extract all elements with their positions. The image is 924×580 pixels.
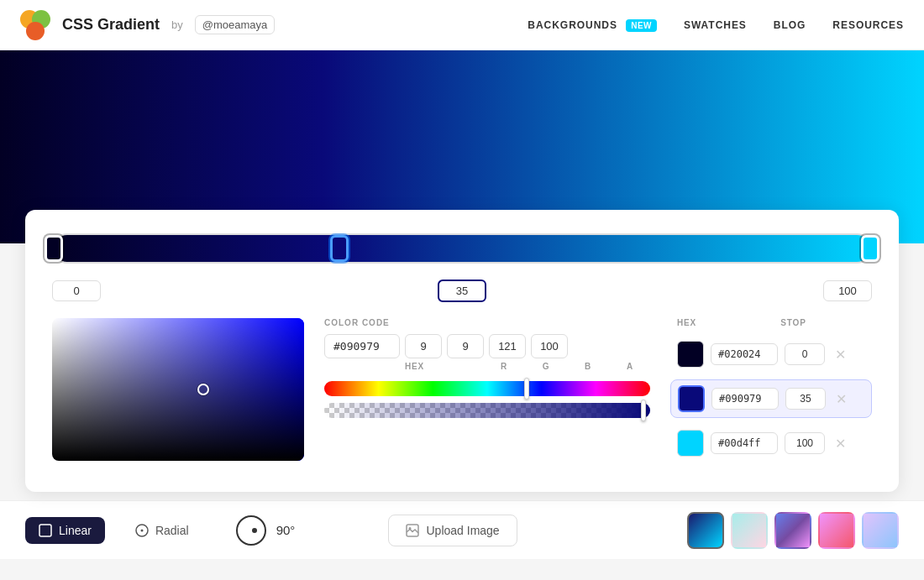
main-panel: COLOR CODE HEX R G B A: [25, 210, 899, 492]
channel-labels: HEX R G B A: [324, 362, 650, 371]
preset-swatch-4[interactable]: [862, 512, 899, 549]
bottom-bar: Linear Radial 90° Upload Image: [0, 500, 924, 559]
stop-swatch-1[interactable]: [678, 385, 705, 412]
stop-handle-2[interactable]: [861, 235, 879, 262]
stop-pos-1[interactable]: [785, 388, 826, 410]
color-controls: COLOR CODE HEX R G B A: [324, 318, 650, 418]
stop-position-input-0[interactable]: [52, 280, 101, 301]
r-label: R: [486, 362, 522, 371]
gradient-bar-container: [52, 233, 872, 264]
alpha-slider[interactable]: [324, 403, 650, 418]
logo-area: CSS Gradient by @moeamaya: [20, 10, 275, 40]
preset-swatches: [687, 512, 899, 549]
color-code-label: COLOR CODE: [324, 318, 650, 327]
color-b-input[interactable]: [489, 334, 526, 358]
nav-blog[interactable]: BLOG: [774, 19, 806, 31]
stops-panel: HEX STOP ✕ ✕: [670, 318, 872, 468]
preset-swatch-3[interactable]: [818, 512, 855, 549]
b-label: B: [570, 362, 606, 371]
stop-row-1: ✕: [670, 379, 872, 418]
stop-swatch-2[interactable]: [677, 430, 704, 457]
color-inputs-row: [324, 334, 650, 358]
linear-button[interactable]: Linear: [25, 517, 105, 544]
hue-slider[interactable]: [324, 381, 650, 396]
svg-rect-0: [39, 525, 51, 536]
preset-swatch-2[interactable]: [774, 512, 811, 549]
stop-hex-2[interactable]: [711, 432, 778, 454]
upload-image-label: Upload Image: [426, 524, 499, 537]
stop-position-input-1[interactable]: [438, 280, 486, 302]
color-a-input[interactable]: [531, 334, 568, 358]
angle-value: 90°: [276, 523, 296, 537]
content-area: COLOR CODE HEX R G B A: [52, 318, 872, 468]
color-picker-cursor: [197, 384, 209, 395]
stops-stop-col-label: STOP: [780, 318, 806, 327]
angle-display: 90°: [236, 515, 296, 546]
hex-label: HEX: [405, 362, 480, 371]
stops-hex-col-label: HEX: [677, 318, 696, 327]
circle-red: [26, 22, 45, 40]
nav-backgrounds[interactable]: BACKGROUNDS NEW: [528, 19, 657, 31]
hue-slider-container: [324, 381, 650, 418]
nav-swatches[interactable]: SWATCHES: [684, 19, 747, 31]
alpha-gradient: [324, 403, 650, 418]
preset-swatch-0[interactable]: [687, 512, 724, 549]
new-badge: NEW: [626, 19, 657, 32]
linear-icon: [39, 524, 52, 537]
color-r-input[interactable]: [405, 334, 442, 358]
stop-hex-1[interactable]: [711, 388, 779, 410]
a-label: A: [612, 362, 648, 371]
stop-handle-1[interactable]: [330, 235, 349, 262]
logo-icon: [20, 10, 54, 40]
stop-row-0: ✕: [670, 336, 872, 373]
color-picker[interactable]: [52, 318, 304, 461]
stop-swatch-0[interactable]: [677, 341, 704, 368]
radial-icon: [135, 524, 149, 537]
radial-label: Radial: [155, 524, 189, 537]
svg-point-2: [140, 529, 143, 531]
angle-indicator: [252, 528, 257, 533]
stop-row-2: ✕: [670, 425, 872, 462]
logo-by: by: [171, 18, 183, 31]
stop-delete-1[interactable]: ✕: [832, 391, 849, 407]
hue-thumb[interactable]: [524, 378, 529, 400]
g-label: G: [528, 362, 564, 371]
stop-position-input-2[interactable]: [823, 280, 872, 301]
stop-delete-2[interactable]: ✕: [832, 436, 848, 452]
logo-title: CSS Gradient: [62, 16, 160, 34]
color-g-input[interactable]: [447, 334, 484, 358]
logo-user[interactable]: @moeamaya: [195, 15, 276, 34]
main-nav: BACKGROUNDS NEW SWATCHES BLOG RESOURCES: [528, 19, 904, 31]
nav-resources[interactable]: RESOURCES: [832, 19, 904, 31]
preset-swatch-1[interactable]: [731, 512, 768, 549]
angle-circle[interactable]: [236, 515, 266, 546]
color-hex-input[interactable]: [324, 334, 400, 358]
stop-hex-0[interactable]: [711, 343, 778, 365]
stops-header: HEX STOP: [670, 318, 872, 327]
color-picker-brightness: [52, 318, 304, 461]
gradient-bar[interactable]: [52, 233, 872, 264]
radial-button[interactable]: Radial: [122, 517, 202, 544]
alpha-thumb[interactable]: [641, 400, 646, 421]
stop-pos-0[interactable]: [785, 343, 825, 365]
stop-handle-0[interactable]: [45, 235, 63, 262]
stop-pos-2[interactable]: [785, 432, 825, 454]
upload-image-button[interactable]: Upload Image: [388, 515, 517, 546]
stop-labels: [52, 280, 872, 301]
stop-delete-0[interactable]: ✕: [832, 347, 848, 363]
upload-icon: [406, 524, 419, 537]
linear-label: Linear: [59, 524, 92, 537]
header: CSS Gradient by @moeamaya BACKGROUNDS NE…: [0, 0, 924, 50]
